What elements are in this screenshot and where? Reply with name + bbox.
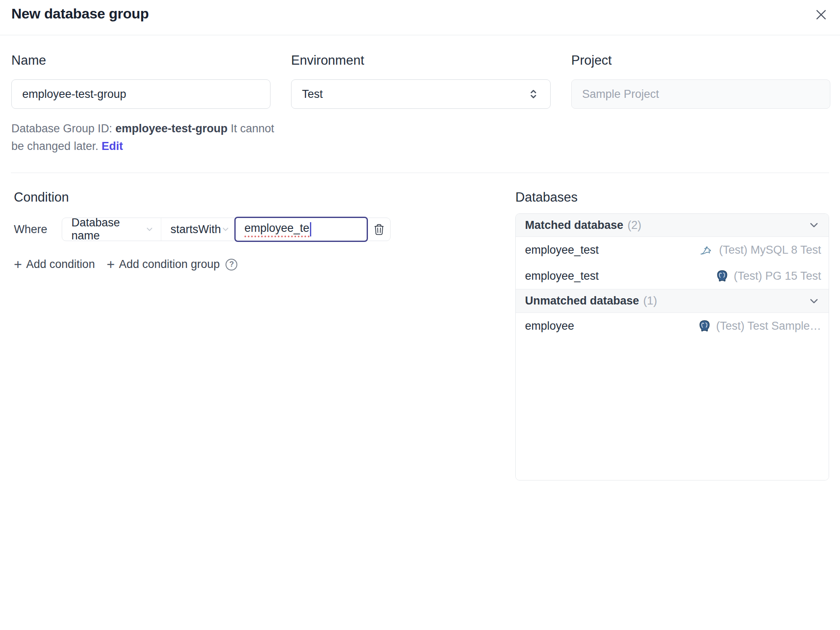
database-name: employee: [525, 320, 574, 333]
condition-value-text: employee_te: [244, 222, 310, 237]
name-input[interactable]: employee-test-group: [11, 79, 270, 109]
database-instance: (Test) Test Sample…: [698, 319, 821, 333]
chevron-down-icon: [808, 219, 820, 231]
help-icon[interactable]: ?: [226, 259, 237, 270]
condition-field-value: Database name: [71, 216, 145, 242]
plus-icon: +: [107, 259, 115, 270]
database-instance: (Test) PG 15 Test: [715, 269, 821, 283]
dialog-header: New database group: [0, 0, 840, 35]
name-field-group: Name employee-test-group Database Group …: [11, 53, 270, 155]
postgresql-icon: [698, 319, 711, 333]
where-label: Where: [14, 223, 62, 236]
add-condition-group-button[interactable]: + Add condition group: [107, 258, 220, 271]
project-select[interactable]: Sample Project: [571, 79, 830, 109]
chevron-up-down-icon: [527, 88, 540, 100]
form-grid: Name employee-test-group Database Group …: [11, 53, 830, 155]
databases-panel: Matched database (2) employee_test (Test…: [515, 213, 829, 480]
unmatched-database-count: (1): [643, 294, 657, 307]
databases-heading: Databases: [515, 190, 829, 205]
database-name: employee_test: [525, 244, 599, 257]
text-cursor: [310, 222, 311, 236]
postgresql-icon: [715, 269, 729, 283]
databases-section: Databases Matched database (2) employee_…: [515, 190, 829, 480]
edit-id-link[interactable]: Edit: [102, 140, 123, 152]
unmatched-database-header[interactable]: Unmatched database (1): [516, 289, 829, 313]
database-instance-label: (Test) Test Sample…: [716, 320, 821, 333]
database-row: employee (Test) Test Sample…: [516, 313, 829, 339]
database-name: employee_test: [525, 270, 599, 283]
add-condition-button[interactable]: + Add condition: [14, 258, 95, 271]
condition-expression-group: Database name startsWith employee_te: [62, 218, 391, 241]
environment-select[interactable]: Test: [291, 79, 551, 109]
group-id-note: Database Group ID: employee-test-group I…: [11, 120, 280, 155]
group-id-note-prefix: Database Group ID:: [11, 122, 116, 135]
plus-icon: +: [14, 259, 22, 270]
condition-section: Condition Where Database name startsWith…: [14, 190, 391, 271]
trash-icon: [373, 223, 385, 236]
matched-database-count: (2): [627, 219, 641, 232]
chevron-down-icon: [145, 225, 154, 234]
section-divider: [11, 173, 829, 173]
database-instance-label: (Test) PG 15 Test: [734, 270, 821, 283]
group-id-value: employee-test-group: [116, 122, 228, 135]
database-row: employee_test (Test) MySQL 8 Test: [516, 237, 829, 263]
project-select-value: Sample Project: [582, 88, 659, 101]
condition-row: Where Database name startsWith employee_…: [14, 218, 391, 241]
condition-operator-dropdown[interactable]: startsWith: [161, 218, 234, 241]
condition-value-input[interactable]: employee_te: [234, 217, 368, 242]
help-glyph: ?: [229, 260, 234, 269]
condition-actions: + Add condition + Add condition group ?: [14, 258, 391, 271]
close-button[interactable]: [813, 7, 829, 23]
add-condition-group-label: Add condition group: [119, 258, 220, 271]
new-database-group-dialog: { "dialog": { "title": "New database gro…: [0, 0, 840, 630]
databases-panel-empty-space: [516, 339, 829, 480]
environment-label: Environment: [291, 53, 551, 68]
database-instance: (Test) MySQL 8 Test: [698, 242, 821, 257]
condition-heading: Condition: [14, 190, 391, 205]
project-field-group: Project Sample Project: [571, 53, 830, 155]
delete-condition-button[interactable]: [368, 218, 390, 241]
condition-operator-value: startsWith: [171, 223, 221, 236]
close-icon: [814, 8, 828, 22]
name-input-value: employee-test-group: [22, 88, 126, 101]
mysql-icon: [698, 242, 714, 257]
unmatched-database-title: Unmatched database: [525, 294, 639, 307]
database-row: employee_test (Test) PG 15 Test: [516, 263, 829, 289]
database-instance-label: (Test) MySQL 8 Test: [719, 244, 821, 257]
environment-select-value: Test: [302, 88, 323, 101]
project-label: Project: [571, 53, 830, 68]
chevron-down-icon: [808, 295, 820, 307]
name-label: Name: [11, 53, 270, 68]
environment-field-group: Environment Test: [291, 53, 551, 155]
chevron-down-icon: [221, 225, 230, 234]
dialog-title: New database group: [11, 5, 149, 22]
add-condition-label: Add condition: [26, 258, 95, 271]
condition-field-dropdown[interactable]: Database name: [62, 218, 161, 241]
matched-database-header[interactable]: Matched database (2): [516, 214, 829, 237]
matched-database-title: Matched database: [525, 219, 623, 232]
